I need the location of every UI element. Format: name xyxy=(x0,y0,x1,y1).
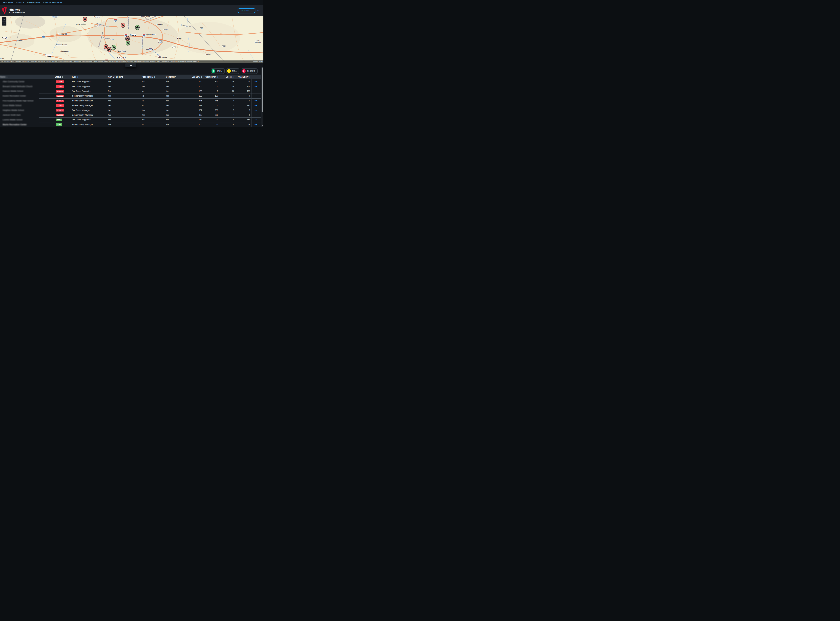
shelter-marker-open[interactable] xyxy=(126,41,130,46)
status-badge-open: OPEN xyxy=(56,118,62,121)
map-city-label: Scottdale xyxy=(156,24,164,25)
attribution-text: Esri, TomTom, Garmin, SafeGraph, METI/NA… xyxy=(1,61,251,62)
cell-guests: 4 xyxy=(218,100,234,102)
scrollbar-thumb[interactable] xyxy=(262,68,263,112)
legend-pill-full[interactable]: 0FULL xyxy=(226,68,240,74)
map-canvas[interactable]: SprayberryFarmsMabletonNorth DruidHillsL… xyxy=(0,16,264,63)
cell-availability: 158 xyxy=(234,118,250,121)
table-row[interactable]: Brevard United Methodist ChurchCLOSEDRed… xyxy=(0,84,261,89)
cell-guests: 5 xyxy=(218,109,234,112)
cell-actions: ••• xyxy=(250,117,261,122)
column-header-pet[interactable]: Pet Friendly▲▼ xyxy=(142,76,166,78)
column-header-capacity[interactable]: Capacity▲▼ xyxy=(186,76,202,78)
column-header-name[interactable]: Name▲ xyxy=(0,76,39,78)
row-actions-icon[interactable]: ••• xyxy=(255,124,257,126)
sort-desc-icon: ▼ xyxy=(154,77,155,78)
more-options-icon[interactable]: ••• xyxy=(257,9,261,12)
cell-status: CLOSED xyxy=(55,104,72,107)
row-actions-icon[interactable]: ••• xyxy=(255,81,257,83)
column-header-generator[interactable]: Generator▲▼ xyxy=(166,76,186,78)
zoom-out-button[interactable]: − xyxy=(2,21,6,26)
row-actions-icon[interactable]: ••• xyxy=(255,90,257,92)
row-actions-icon[interactable]: ••• xyxy=(255,119,257,121)
svg-text:285: 285 xyxy=(150,49,152,50)
shelter-marker-open[interactable] xyxy=(135,25,140,31)
cell-actions: ••• xyxy=(250,79,261,84)
column-header-occupancy[interactable]: Occupancy▲▼ xyxy=(202,76,218,78)
status-badge-closed: CLOSED xyxy=(56,80,64,83)
table-row[interactable]: Grove Middle SchoolCLOSEDIndependently M… xyxy=(0,103,261,108)
table-row[interactable]: Jackson Smith GymCLOSEDIndependently Man… xyxy=(0,113,261,117)
row-actions-icon[interactable]: ••• xyxy=(255,85,257,87)
legend-label: OPEN xyxy=(217,70,222,72)
table-row[interactable]: Loomis Middle SchoolOPENRed Cross Suppor… xyxy=(0,117,261,122)
cell-pet-friendly: Yes xyxy=(142,85,166,88)
column-header-guests[interactable]: Guests▲▼ xyxy=(218,76,234,78)
cell-guests: 20 xyxy=(218,90,234,92)
cell-ada-compliant: Yes xyxy=(108,95,142,97)
tab-dashboard[interactable]: DASHBOARD xyxy=(26,0,41,5)
cell-type: Red Cross Supported xyxy=(72,85,108,88)
row-actions-icon[interactable]: ••• xyxy=(255,105,257,106)
interstate-shield-icon: 20 xyxy=(142,34,146,38)
cell-generator: Yes xyxy=(166,90,186,92)
zoom-in-button[interactable]: + xyxy=(2,17,6,21)
table-row[interactable]: Allen Community CenterCLOSEDRed Cross Su… xyxy=(0,79,261,84)
route-shield-icon: 124 xyxy=(200,27,203,29)
collapse-map-button[interactable] xyxy=(125,63,136,67)
cell-ada-compliant: Yes xyxy=(108,85,142,88)
tab-shelters[interactable]: SHELTERS xyxy=(2,0,15,5)
cell-occupancy: 0 xyxy=(202,85,218,88)
table-row[interactable]: Heighton Middle SchoolCLOSEDRed Cross Ma… xyxy=(0,108,261,112)
row-actions-icon[interactable]: ••• xyxy=(255,114,257,116)
table-row[interactable]: Dawson Middle SchoolCLOSEDRed Cross Supp… xyxy=(0,89,261,94)
table-row[interactable]: First Academy Middle High SchoolCLOSEDIn… xyxy=(0,98,261,103)
shelter-marker-closed[interactable] xyxy=(83,17,87,23)
vertical-scrollbar[interactable] xyxy=(261,67,264,127)
tab-manage-shelters[interactable]: MANAGE SHELTERS xyxy=(41,0,64,5)
cell-shelter-name: Grove Middle School xyxy=(0,104,39,107)
redcross-shield-logo-icon xyxy=(2,7,6,15)
cell-availability: 100 xyxy=(234,85,250,88)
cell-actions: ••• xyxy=(250,98,261,103)
cell-shelter-name: Jackson Smith Gym xyxy=(0,114,39,116)
table-row[interactable]: Martin Recreation CenterOPENIndependentl… xyxy=(0,122,261,127)
cell-shelter-name: Easton Recreation Center xyxy=(0,95,39,97)
map-city-label: North Druid xyxy=(141,16,150,17)
powered-by-esri: Powered by Esri xyxy=(253,61,263,62)
cell-generator: Yes xyxy=(166,114,186,116)
column-header-label: Capacity xyxy=(192,76,200,78)
shelter-marker-closed[interactable] xyxy=(121,23,125,29)
scrollbar-down-arrow-icon[interactable] xyxy=(262,125,263,126)
legend-pill-open[interactable]: 6OPEN xyxy=(211,68,224,74)
column-header-ada[interactable]: ADA Compliant▲▼ xyxy=(108,76,142,78)
table-row[interactable]: Easton Recreation CenterCLOSEDIndependen… xyxy=(0,94,261,98)
search-button[interactable]: SEARCH xyxy=(238,8,255,13)
column-header-availability[interactable]: Availability▲▼ xyxy=(234,76,250,78)
tab-guests[interactable]: GUESTS xyxy=(15,0,26,5)
legend-label: CLOSED xyxy=(247,70,255,72)
cell-status: CLOSED xyxy=(55,90,72,92)
cell-shelter-name: Dawson Middle School xyxy=(0,90,39,92)
row-actions-icon[interactable]: ••• xyxy=(255,100,257,101)
cell-generator: Yes xyxy=(166,104,186,107)
column-header-type[interactable]: Type▲▼ xyxy=(72,76,108,78)
legend-count-badge: 6 xyxy=(212,69,215,73)
cell-actions: ••• xyxy=(250,103,261,108)
cell-capacity: 100 xyxy=(186,85,202,88)
status-badge-closed: CLOSED xyxy=(56,95,64,97)
interstate-shield-icon: 285 xyxy=(149,47,153,51)
column-header-status[interactable]: Status▲▼ xyxy=(55,76,72,78)
page-title: Shelters xyxy=(9,8,25,11)
row-actions-icon[interactable]: ••• xyxy=(255,95,257,97)
legend-pill-closed[interactable]: 8CLOSED xyxy=(241,68,258,74)
cell-type: Independently Managed xyxy=(72,100,108,102)
sort-asc-icon: ▲ xyxy=(6,77,8,77)
shelter-name-text: Brevard United Methodist Church xyxy=(3,85,32,88)
shelter-marker-open[interactable] xyxy=(112,45,116,51)
map-city-label: Hills xyxy=(144,17,147,19)
row-actions-icon[interactable]: ••• xyxy=(255,109,257,111)
sort-desc-icon: ▼ xyxy=(249,77,250,78)
shelter-marker-closed[interactable] xyxy=(107,47,112,53)
column-header-label: Type xyxy=(72,76,76,78)
